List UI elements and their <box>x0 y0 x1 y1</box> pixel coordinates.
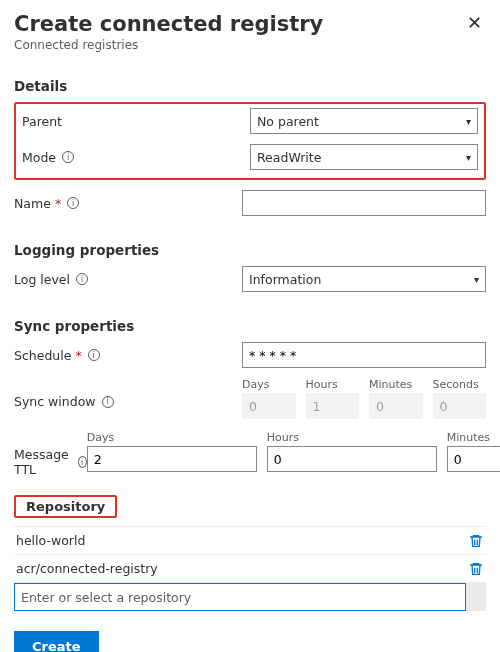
repository-input-row <box>14 583 486 611</box>
repository-input[interactable] <box>14 583 466 611</box>
list-item: acr/connected-registry <box>14 555 486 583</box>
section-details: Details <box>14 78 486 94</box>
section-sync: Sync properties <box>14 318 486 334</box>
select-loglevel[interactable]: Information ▾ <box>242 266 486 292</box>
page-title: Create connected registry <box>14 12 323 36</box>
unit-minutes: Minutes <box>447 431 500 444</box>
close-icon[interactable]: ✕ <box>463 12 486 34</box>
label-name-text: Name <box>14 196 51 211</box>
ttl-hours: Hours <box>267 431 437 472</box>
list-item: hello-world <box>14 527 486 555</box>
unit-hours: Hours <box>306 378 360 391</box>
label-name: Name * i <box>14 196 242 211</box>
message-ttl-fields: Days Hours Minutes Seconds <box>87 431 500 472</box>
row-loglevel: Log level i Information ▾ <box>14 266 486 292</box>
repo-name: hello-world <box>16 533 85 548</box>
info-icon[interactable]: i <box>76 273 88 285</box>
select-mode[interactable]: ReadWrite ▾ <box>250 144 478 170</box>
label-parent: Parent <box>22 114 250 129</box>
label-mode-text: Mode <box>22 150 56 165</box>
repository-add-pad <box>466 583 486 611</box>
chevron-down-icon: ▾ <box>474 274 479 285</box>
sync-window-seconds-input: 0 <box>433 393 487 419</box>
row-parent: Parent No parent ▾ <box>22 108 478 134</box>
unit-minutes: Minutes <box>369 378 423 391</box>
title-block: Create connected registry Connected regi… <box>14 12 323 52</box>
repository-list: hello-world acr/connected-registry <box>14 526 486 583</box>
row-name: Name * i <box>14 190 486 216</box>
highlight-parent-mode: Parent No parent ▾ Mode i ReadWrite ▾ <box>14 102 486 180</box>
select-mode-value: ReadWrite <box>257 150 321 165</box>
sync-window-days: Days 0 <box>242 378 296 419</box>
sync-window-hours: Hours 1 <box>306 378 360 419</box>
sync-window-minutes-input: 0 <box>369 393 423 419</box>
chevron-down-icon: ▾ <box>466 152 471 163</box>
row-message-ttl: Message TTL i Days Hours Minutes Seconds <box>14 431 486 477</box>
ttl-days-input[interactable] <box>87 446 257 472</box>
unit-seconds: Seconds <box>433 378 487 391</box>
repository-header: Repository <box>26 499 105 514</box>
section-logging: Logging properties <box>14 242 486 258</box>
row-sync-window: Sync window i Days 0 Hours 1 Minutes 0 S… <box>14 378 486 419</box>
info-icon[interactable]: i <box>62 151 74 163</box>
select-loglevel-value: Information <box>249 272 321 287</box>
row-mode: Mode i ReadWrite ▾ <box>22 144 478 170</box>
ttl-minutes-input[interactable] <box>447 446 500 472</box>
info-icon[interactable]: i <box>67 197 79 209</box>
delete-icon[interactable] <box>468 533 484 549</box>
label-sync-window-text: Sync window <box>14 394 96 409</box>
repo-name: acr/connected-registry <box>16 561 158 576</box>
info-icon[interactable]: i <box>88 349 100 361</box>
highlight-repository-header: Repository <box>14 495 117 518</box>
label-message-ttl: Message TTL i <box>14 431 87 477</box>
label-schedule: Schedule * i <box>14 348 242 363</box>
label-loglevel: Log level i <box>14 272 242 287</box>
delete-icon[interactable] <box>468 561 484 577</box>
create-button[interactable]: Create <box>14 631 99 652</box>
input-schedule[interactable] <box>242 342 486 368</box>
repository-section: Repository hello-world acr/connected-reg… <box>14 495 486 611</box>
label-sync-window: Sync window i <box>14 378 242 409</box>
ttl-hours-input[interactable] <box>267 446 437 472</box>
label-mode: Mode i <box>22 150 250 165</box>
info-icon[interactable]: i <box>102 396 114 408</box>
ttl-minutes: Minutes <box>447 431 500 472</box>
unit-hours: Hours <box>267 431 437 444</box>
required-star: * <box>55 196 61 211</box>
sync-window-fields: Days 0 Hours 1 Minutes 0 Seconds 0 <box>242 378 486 419</box>
required-star: * <box>75 348 81 363</box>
page-subtitle: Connected registries <box>14 38 323 52</box>
info-icon[interactable]: i <box>78 456 87 468</box>
input-name[interactable] <box>242 190 486 216</box>
sync-window-hours-input: 1 <box>306 393 360 419</box>
label-message-ttl-text: Message TTL <box>14 447 72 477</box>
sync-window-seconds: Seconds 0 <box>433 378 487 419</box>
unit-days: Days <box>87 431 257 444</box>
blade-header: Create connected registry Connected regi… <box>14 12 486 52</box>
label-schedule-text: Schedule <box>14 348 71 363</box>
unit-days: Days <box>242 378 296 391</box>
select-parent[interactable]: No parent ▾ <box>250 108 478 134</box>
sync-window-minutes: Minutes 0 <box>369 378 423 419</box>
row-schedule: Schedule * i <box>14 342 486 368</box>
sync-window-days-input: 0 <box>242 393 296 419</box>
select-parent-value: No parent <box>257 114 319 129</box>
ttl-days: Days <box>87 431 257 472</box>
label-parent-text: Parent <box>22 114 62 129</box>
label-loglevel-text: Log level <box>14 272 70 287</box>
chevron-down-icon: ▾ <box>466 116 471 127</box>
